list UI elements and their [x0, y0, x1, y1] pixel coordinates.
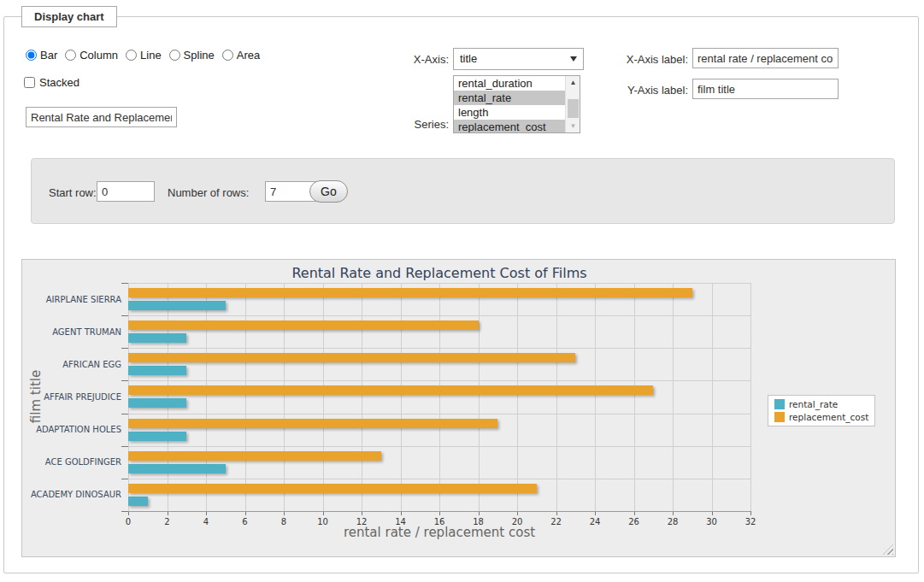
chart-type-label: Area — [237, 49, 260, 62]
gridline-vertical — [323, 283, 324, 511]
y-axis-tick — [121, 511, 128, 512]
y-axis-label-input[interactable] — [692, 79, 839, 99]
chart-type-radio-bar[interactable] — [26, 50, 37, 61]
gridline-vertical — [712, 283, 713, 511]
y-axis-label-caption: Y-Axis label: — [603, 84, 688, 97]
category-label: ACE GOLDFINGER — [22, 446, 121, 479]
gridline-vertical — [401, 283, 402, 511]
gridline-horizontal — [128, 479, 750, 479]
scroll-down-icon[interactable]: ▼ — [566, 120, 580, 132]
category-label: ACADEMY DINOSAUR — [22, 479, 121, 511]
fieldset-legend-title: Display chart — [21, 6, 117, 27]
bar-rental_rate[interactable] — [128, 333, 186, 343]
x-axis-tick — [750, 511, 751, 515]
stacked-checkbox[interactable] — [24, 77, 35, 88]
gridline-vertical — [634, 283, 635, 511]
start-row-input[interactable] — [97, 181, 155, 202]
gridline-horizontal — [128, 315, 750, 316]
series-options: rental_durationrental_ratelengthreplacem… — [454, 76, 565, 133]
go-button[interactable]: Go — [309, 180, 348, 203]
gridline-vertical — [517, 283, 518, 511]
y-axis-tick — [121, 315, 128, 316]
chart-title: Rental Rate and Replacement Cost of Film… — [128, 265, 750, 281]
row-controls-panel — [31, 158, 895, 224]
y-axis-tick — [121, 380, 128, 381]
series-multiselect[interactable]: rental_durationrental_ratelengthreplacem… — [453, 75, 580, 133]
bar-rental_rate[interactable] — [128, 432, 186, 441]
chart-type-option-line[interactable]: Line — [126, 49, 162, 62]
bar-replacement_cost[interactable] — [128, 419, 497, 428]
chart-type-radio-area[interactable] — [222, 50, 233, 61]
series-option-replacement_cost[interactable]: replacement_cost — [454, 120, 565, 133]
chart-type-label: Spline — [184, 49, 215, 62]
scroll-up-icon[interactable]: ▲ — [566, 76, 580, 89]
legend-swatch-icon — [774, 412, 785, 422]
gridline-vertical — [284, 283, 285, 511]
gridline-vertical — [439, 283, 440, 511]
gridline-horizontal — [128, 283, 750, 284]
chart-type-option-spline[interactable]: Spline — [169, 49, 215, 62]
bar-rental_rate[interactable] — [128, 497, 148, 506]
chart-type-radio-spline[interactable] — [169, 50, 180, 61]
chart-type-radio-line[interactable] — [126, 50, 137, 61]
chart-type-label: Line — [140, 49, 162, 62]
series-option-length[interactable]: length — [454, 105, 565, 120]
chart-type-label: Bar — [40, 49, 57, 62]
chart-container: Rental Rate and Replacement Cost of Film… — [21, 259, 896, 557]
resize-grip-icon[interactable] — [883, 544, 893, 555]
series-option-rental_duration[interactable]: rental_duration — [454, 76, 565, 91]
bar-replacement_cost[interactable] — [128, 288, 692, 297]
start-row-label: Start row: — [49, 186, 97, 199]
bar-rental_rate[interactable] — [128, 366, 186, 375]
category-label: AIRPLANE SIERRA — [22, 283, 121, 315]
bar-rental_rate[interactable] — [128, 464, 226, 473]
num-rows-label: Number of rows: — [168, 186, 249, 199]
chart-type-option-area[interactable]: Area — [222, 49, 260, 62]
chart-legend: rental_ratereplacement_cost — [768, 395, 875, 426]
chevron-down-icon — [570, 56, 577, 62]
gridline-vertical — [673, 283, 674, 511]
gridline-horizontal — [128, 348, 750, 349]
bar-rental_rate[interactable] — [128, 398, 186, 408]
gridline-vertical — [245, 283, 246, 511]
gridline-vertical — [595, 283, 596, 511]
x-axis-line — [128, 511, 750, 512]
legend-item-rental_rate[interactable]: rental_rate — [774, 399, 868, 409]
series-select-label: Series: — [380, 118, 449, 131]
gridline-horizontal — [128, 380, 750, 381]
gridline-vertical — [556, 283, 557, 511]
series-scrollbar[interactable]: ▲ ▼ — [565, 76, 580, 132]
x-axis-select[interactable]: title — [453, 48, 584, 70]
chart-title-input[interactable] — [26, 107, 177, 127]
bar-replacement_cost[interactable] — [128, 353, 575, 362]
bar-rental_rate[interactable] — [128, 301, 226, 310]
chart-x-axis-title: rental rate / replacement cost — [128, 525, 750, 540]
gridline-vertical — [168, 283, 168, 511]
legend-swatch-icon — [774, 399, 785, 409]
y-axis-tick — [121, 283, 128, 284]
gridline-vertical — [479, 283, 480, 511]
series-option-rental_rate[interactable]: rental_rate — [454, 91, 565, 105]
chart-type-option-bar[interactable]: Bar — [26, 49, 57, 62]
x-axis-selected-value: title — [460, 52, 477, 65]
stacked-checkbox-row[interactable]: Stacked — [24, 76, 79, 89]
x-axis-label-input[interactable] — [692, 48, 839, 68]
y-axis-tick — [121, 479, 128, 479]
gridline-horizontal — [128, 446, 750, 447]
y-axis-tick — [121, 414, 128, 414]
bar-replacement_cost[interactable] — [128, 385, 653, 395]
bar-replacement_cost[interactable] — [128, 484, 537, 493]
legend-label: replacement_cost — [789, 412, 868, 422]
gridline-vertical — [206, 283, 207, 511]
scrollbar-thumb[interactable] — [568, 99, 579, 118]
legend-item-replacement_cost[interactable]: replacement_cost — [774, 412, 868, 422]
y-axis-tick — [121, 348, 128, 349]
chart-y-axis-title: film title — [28, 370, 44, 423]
y-axis-tick — [121, 446, 128, 447]
chart-type-radio-column[interactable] — [65, 50, 76, 61]
gridline-vertical — [750, 283, 751, 511]
bar-replacement_cost[interactable] — [128, 451, 381, 461]
gridline-horizontal — [128, 414, 750, 414]
bar-replacement_cost[interactable] — [128, 320, 479, 330]
chart-type-option-column[interactable]: Column — [65, 49, 118, 62]
